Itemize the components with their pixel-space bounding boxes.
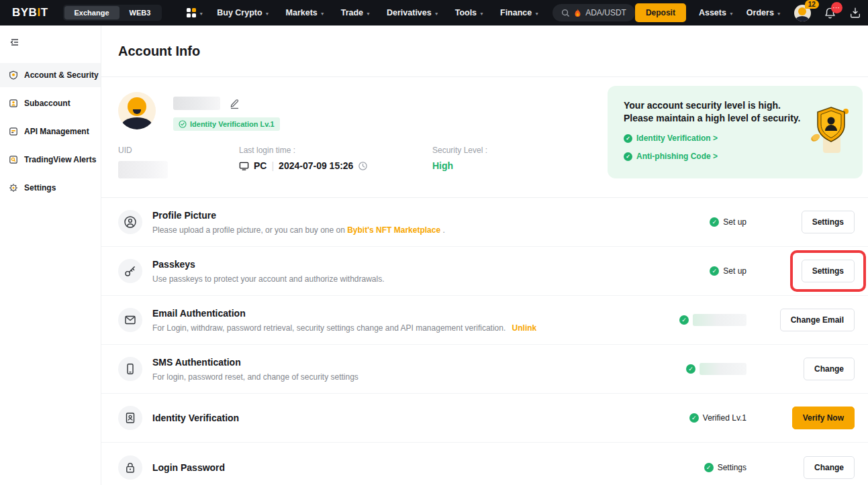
nft-marketplace-link[interactable]: Bybit's NFT Marketplace bbox=[347, 225, 440, 235]
chevron-down-icon: ▼ bbox=[434, 11, 439, 16]
sidebar-item-tradingview-alerts[interactable]: TradingView Alerts bbox=[0, 148, 101, 172]
nav-menu-tools[interactable]: Tools▼ bbox=[455, 8, 484, 17]
profile-section: Identity Verification Lv.1 UID Last logi… bbox=[101, 77, 868, 178]
shield-icon bbox=[9, 70, 18, 80]
tab-exchange[interactable]: Exchange bbox=[64, 6, 119, 19]
settings-row-passkeys: Passkeys Use passkeys to protect your ac… bbox=[101, 247, 868, 296]
sidebar-item-account-security[interactable]: Account & Security bbox=[0, 63, 101, 87]
bybit-logo[interactable]: BYBIT bbox=[12, 6, 48, 19]
nav-menu-trade[interactable]: Trade▼ bbox=[341, 8, 371, 17]
row-title: SMS Authentication bbox=[152, 357, 358, 368]
row-title: Passkeys bbox=[152, 259, 385, 270]
nav-menu-assets[interactable]: Assets▼ bbox=[699, 8, 734, 17]
api-icon bbox=[9, 127, 18, 136]
check-icon: ✓ bbox=[710, 266, 719, 276]
profile-picture-settings-button[interactable]: Settings bbox=[802, 211, 855, 233]
chevron-down-icon: ▼ bbox=[199, 11, 203, 16]
smartphone-icon bbox=[118, 357, 142, 381]
page-title: Account Info bbox=[118, 44, 200, 59]
verify-now-button[interactable]: Verify Now bbox=[792, 407, 855, 429]
row-title: Identity Verification bbox=[152, 413, 239, 423]
sidebar-item-label: Subaccount bbox=[24, 99, 70, 108]
nav-menu-markets[interactable]: Markets▼ bbox=[286, 8, 325, 17]
tradingview-icon bbox=[9, 155, 18, 164]
change-email-button[interactable]: Change Email bbox=[780, 309, 855, 331]
change-sms-button[interactable]: Change bbox=[804, 358, 855, 380]
chevron-down-icon: ▼ bbox=[265, 11, 270, 16]
tab-web3[interactable]: WEB3 bbox=[119, 6, 161, 19]
nav-menu: Buy Crypto▼ Markets▼ Trade▼ Derivatives▼… bbox=[217, 8, 539, 17]
status-phone-redacted: ✓ bbox=[579, 363, 746, 375]
check-icon: ✓ bbox=[624, 152, 632, 161]
banner-link-anti-phishing-code[interactable]: ✓ Anti-phishing Code > bbox=[624, 152, 809, 161]
sidebar-item-label: API Management bbox=[24, 127, 89, 136]
passkeys-icon bbox=[118, 259, 142, 283]
navbar-right: Deposit Assets▼ Orders▼ 12 ··· bbox=[635, 3, 868, 22]
flame-icon bbox=[574, 9, 581, 17]
annotation-highlight-box: Settings bbox=[790, 250, 866, 292]
clock-icon[interactable] bbox=[358, 161, 368, 171]
last-login-label: Last login time : bbox=[239, 146, 432, 155]
chevron-down-icon: ▼ bbox=[729, 11, 734, 16]
check-icon: ✓ bbox=[624, 134, 632, 143]
passkeys-settings-button[interactable]: Settings bbox=[802, 260, 855, 282]
identity-verification-badge: Identity Verification Lv.1 bbox=[173, 117, 280, 131]
settings-row-identity-verification: Identity Verification ✓ Verified Lv.1 Ve… bbox=[101, 394, 868, 443]
shield-illustration bbox=[809, 99, 852, 166]
row-title: Email Authentication bbox=[152, 308, 536, 319]
sidebar-item-settings[interactable]: Settings bbox=[0, 176, 101, 200]
check-icon: ✓ bbox=[710, 217, 719, 227]
sidebar-item-subaccount[interactable]: Subaccount bbox=[0, 91, 101, 115]
notification-count-badge: 12 bbox=[805, 0, 819, 9]
apps-grid-button[interactable]: ▼ bbox=[186, 7, 203, 18]
banner-link-identity-verification[interactable]: ✓ Identity Verification > bbox=[624, 133, 809, 143]
sidebar-item-api-management[interactable]: API Management bbox=[0, 119, 101, 144]
nav-menu-finance[interactable]: Finance▼ bbox=[500, 8, 539, 17]
page-header: Account Info bbox=[101, 25, 868, 77]
edit-username-button[interactable] bbox=[229, 98, 240, 109]
logo-text: BYB bbox=[12, 6, 37, 19]
security-level-label: Security Level : bbox=[432, 146, 487, 155]
check-icon: ✓ bbox=[704, 463, 714, 472]
unlink-email-link[interactable]: Unlink bbox=[512, 323, 537, 333]
profile-info: Identity Verification Lv.1 UID Last logi… bbox=[118, 86, 487, 178]
row-description: Please upload a profile picture, or you … bbox=[152, 225, 445, 235]
status-email-redacted: ✓ bbox=[579, 314, 746, 326]
last-login-block: Last login time : PC | 2024-07-09 15:26 bbox=[239, 146, 432, 178]
id-card-icon bbox=[118, 406, 142, 430]
nav-menu-orders[interactable]: Orders▼ bbox=[746, 8, 781, 17]
banner-title-line2: Please maintain a high level of security… bbox=[624, 112, 809, 125]
username-redacted bbox=[173, 97, 220, 110]
alert-badge: ··· bbox=[831, 2, 842, 13]
nav-menu-buy-crypto[interactable]: Buy Crypto▼ bbox=[217, 8, 269, 17]
nav-menu-derivatives[interactable]: Derivatives▼ bbox=[387, 8, 439, 17]
status-settings: ✓ Settings bbox=[579, 463, 746, 472]
security-settings-list: Profile Picture Please upload a profile … bbox=[101, 197, 868, 485]
account-meta-row: UID Last login time : PC | 2024-07 bbox=[118, 146, 487, 178]
change-password-button[interactable]: Change bbox=[804, 456, 855, 479]
download-app-button[interactable] bbox=[849, 7, 861, 19]
row-title: Login Password bbox=[152, 462, 225, 473]
lock-icon bbox=[118, 455, 142, 480]
settings-row-profile-picture: Profile Picture Please upload a profile … bbox=[101, 198, 868, 247]
avatar bbox=[118, 92, 156, 129]
search-icon bbox=[561, 9, 570, 17]
settings-row-sms-authentication: SMS Authentication For login, password r… bbox=[101, 345, 868, 394]
chevron-down-icon: ▼ bbox=[366, 11, 371, 16]
subaccount-icon bbox=[9, 99, 18, 108]
security-level-value: High bbox=[432, 160, 487, 171]
sidebar-collapse-button[interactable] bbox=[9, 38, 19, 50]
exchange-web3-toggle: Exchange WEB3 bbox=[63, 5, 162, 21]
status-set-up: ✓ Set up bbox=[579, 217, 746, 227]
chevron-down-icon: ▼ bbox=[777, 11, 781, 16]
chevron-down-icon: ▼ bbox=[479, 11, 484, 16]
deposit-button[interactable]: Deposit bbox=[635, 3, 686, 22]
chevron-down-icon: ▼ bbox=[320, 11, 325, 16]
notifications-button[interactable]: ··· bbox=[824, 7, 836, 19]
row-title: Profile Picture bbox=[152, 210, 445, 221]
status-set-up: ✓ Set up bbox=[579, 266, 746, 276]
email-redacted bbox=[693, 314, 746, 326]
search-input[interactable]: ADA/USDT bbox=[552, 4, 635, 21]
account-avatar-button[interactable]: 12 bbox=[794, 5, 811, 21]
check-icon: ✓ bbox=[689, 413, 699, 423]
